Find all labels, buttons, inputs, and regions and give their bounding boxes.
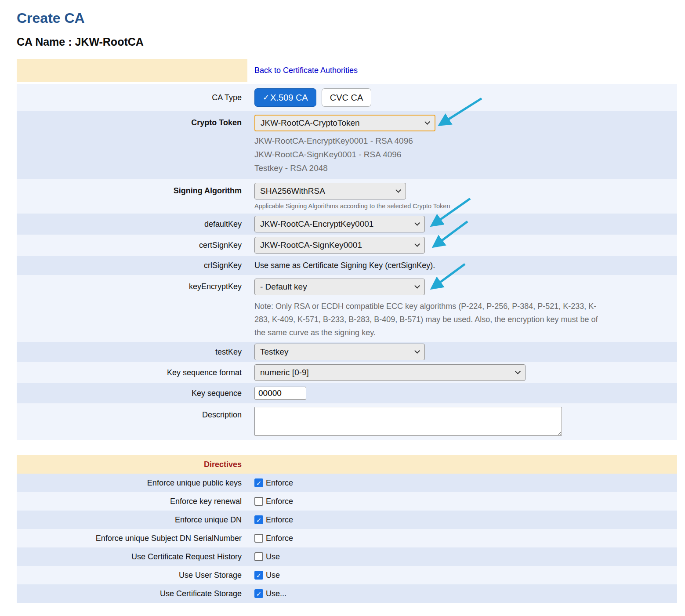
directive-row: Enforce unique public keys Enforce bbox=[17, 474, 677, 492]
crypto-token-select-value: JKW-RootCA-CryptoToken bbox=[261, 118, 360, 128]
checkbox-label: Enforce bbox=[266, 534, 293, 543]
use-certificate-request-history-label: Use Certificate Request History bbox=[131, 552, 242, 562]
crypto-token-label: Crypto Token bbox=[191, 118, 242, 179]
enforce-unique-dn-checkbox[interactable] bbox=[254, 515, 263, 524]
key-sequence-input[interactable] bbox=[254, 387, 306, 400]
check-icon: ✓ bbox=[263, 93, 269, 102]
crypto-token-key-list: JKW-RootCA-EncryptKey0001 - RSA 4096 JKW… bbox=[254, 134, 677, 175]
directive-row: Enforce unique Subject DN SerialNumber E… bbox=[17, 529, 677, 547]
checkbox-label: Enforce bbox=[266, 478, 293, 488]
crl-sign-key-text: Use same as Certificate Signing Key (cer… bbox=[254, 261, 435, 270]
crypto-token-key: Testkey - RSA 2048 bbox=[254, 161, 677, 175]
description-label: Description bbox=[202, 410, 242, 440]
form-row-default-key: defaultKey JKW-RootCA-EncryptKey0001 bbox=[17, 214, 677, 235]
chevron-down-icon bbox=[414, 348, 420, 354]
enforce-key-renewal-checkbox[interactable] bbox=[254, 497, 263, 506]
enforce-unique-subject-dn-serialnumber-checkbox[interactable] bbox=[254, 534, 263, 543]
directives-header-row: Directives bbox=[17, 455, 677, 474]
enforce-unique-dn-label: Enforce unique DN bbox=[175, 515, 242, 525]
signing-algorithm-select-value: SHA256WithRSA bbox=[260, 186, 325, 196]
test-key-label: testKey bbox=[215, 348, 242, 357]
form-row-test-key: testKey Testkey bbox=[17, 342, 677, 362]
checkbox-label: Use bbox=[266, 571, 280, 580]
use-user-storage-checkbox[interactable] bbox=[254, 571, 263, 580]
directives-section-title: Directives bbox=[204, 460, 242, 469]
crypto-token-key: JKW-RootCA-SignKey0001 - RSA 4096 bbox=[254, 148, 677, 161]
description-textarea[interactable] bbox=[254, 407, 562, 436]
test-key-select[interactable]: Testkey bbox=[254, 344, 425, 360]
key-encrypt-key-select-value: - Default key bbox=[260, 282, 307, 292]
crypto-token-key: JKW-RootCA-EncryptKey0001 - RSA 4096 bbox=[254, 134, 677, 148]
ca-type-label: CA Type bbox=[212, 93, 242, 102]
enforce-unique-public-keys-label: Enforce unique public keys bbox=[147, 478, 242, 488]
use-user-storage-label: Use User Storage bbox=[179, 571, 242, 580]
key-encrypt-key-select[interactable]: - Default key bbox=[254, 279, 425, 295]
use-certificate-request-history-checkbox[interactable] bbox=[254, 552, 263, 561]
header-right-cell: Back to Certificate Authorities bbox=[247, 59, 677, 82]
directive-row: Enforce key renewal Enforce bbox=[17, 492, 677, 511]
directive-row: Enforce unique DN Enforce bbox=[17, 511, 677, 529]
key-sequence-format-label: Key sequence format bbox=[167, 368, 242, 377]
crl-sign-key-label: crlSignKey bbox=[204, 261, 242, 270]
back-to-certificate-authorities-link[interactable]: Back to Certificate Authorities bbox=[254, 66, 358, 75]
cert-sign-key-label: certSignKey bbox=[199, 241, 242, 250]
table-header-row: Back to Certificate Authorities bbox=[17, 59, 677, 82]
x509-ca-button[interactable]: ✓X.509 CA bbox=[254, 88, 316, 107]
enforce-unique-public-keys-checkbox[interactable] bbox=[254, 478, 263, 487]
header-left-cell bbox=[17, 59, 247, 82]
form-row-signing-algorithm: Signing Algorithm SHA256WithRSA Applicab… bbox=[17, 179, 677, 214]
use-certificate-storage-label: Use Certificate Storage bbox=[160, 589, 242, 598]
x509-ca-button-label: X.509 CA bbox=[270, 93, 308, 103]
key-encrypt-key-note: Note: Only RSA or ECDH compatible ECC ke… bbox=[254, 300, 604, 339]
checkbox-label: Use bbox=[266, 552, 280, 562]
form-row-crypto-token: Crypto Token JKW-RootCA-CryptoToken JKW-… bbox=[17, 111, 677, 179]
ca-form-table: Back to Certificate Authorities CA Type … bbox=[17, 59, 677, 603]
cvc-ca-button[interactable]: CVC CA bbox=[322, 88, 372, 107]
form-row-description: Description bbox=[17, 403, 677, 440]
create-ca-page: Create CA CA Name : JKW-RootCA Back to C… bbox=[0, 0, 685, 616]
section-gap bbox=[17, 440, 677, 455]
form-row-cert-sign-key: certSignKey JKW-RootCA-SignKey0001 bbox=[17, 235, 677, 256]
test-key-select-value: Testkey bbox=[260, 347, 288, 357]
key-encrypt-key-label: keyEncryptKey bbox=[189, 282, 242, 342]
chevron-down-icon bbox=[414, 220, 420, 226]
form-row-key-encrypt-key: keyEncryptKey - Default key Note: Only R… bbox=[17, 275, 677, 342]
chevron-down-icon bbox=[424, 119, 430, 125]
directive-row: Use Certificate Request History Use bbox=[17, 547, 677, 566]
default-key-label: defaultKey bbox=[204, 220, 242, 229]
chevron-down-icon bbox=[414, 283, 420, 289]
checkbox-label: Enforce bbox=[266, 497, 293, 506]
chevron-down-icon bbox=[395, 187, 401, 193]
default-key-select[interactable]: JKW-RootCA-EncryptKey0001 bbox=[254, 216, 425, 232]
form-row-key-sequence-format: Key sequence format numeric [0-9] bbox=[17, 362, 677, 383]
key-sequence-format-select[interactable]: numeric [0-9] bbox=[254, 364, 526, 381]
use-certificate-storage-checkbox[interactable] bbox=[254, 589, 263, 598]
checkbox-label: Enforce bbox=[266, 515, 293, 525]
crypto-token-select[interactable]: JKW-RootCA-CryptoToken bbox=[254, 115, 435, 131]
directive-row: Use User Storage Use bbox=[17, 566, 677, 584]
signing-algorithm-label: Signing Algorithm bbox=[174, 186, 242, 214]
signing-algorithm-select[interactable]: SHA256WithRSA bbox=[254, 183, 406, 199]
enforce-unique-subject-dn-serialnumber-label: Enforce unique Subject DN SerialNumber bbox=[96, 534, 242, 543]
chevron-down-icon bbox=[414, 241, 420, 247]
cert-sign-key-select-value: JKW-RootCA-SignKey0001 bbox=[260, 240, 362, 250]
key-sequence-label: Key sequence bbox=[192, 389, 242, 398]
form-row-crl-sign-key: crlSignKey Use same as Certificate Signi… bbox=[17, 256, 677, 275]
default-key-select-value: JKW-RootCA-EncryptKey0001 bbox=[260, 219, 373, 229]
form-row-key-sequence: Key sequence bbox=[17, 383, 677, 403]
checkbox-label: Use... bbox=[266, 589, 286, 598]
chevron-down-icon bbox=[515, 369, 521, 374]
form-row-ca-type: CA Type ✓X.509 CA CVC CA bbox=[17, 84, 677, 111]
directive-row: Use Certificate Storage Use... bbox=[17, 584, 677, 603]
ca-name-heading: CA Name : JKW-RootCA bbox=[17, 35, 677, 48]
page-title: Create CA bbox=[17, 10, 677, 26]
signing-algorithm-help-text: Applicable Signing Algorithms according … bbox=[254, 203, 677, 210]
key-sequence-format-select-value: numeric [0-9] bbox=[260, 368, 309, 377]
cert-sign-key-select[interactable]: JKW-RootCA-SignKey0001 bbox=[254, 237, 425, 254]
enforce-key-renewal-label: Enforce key renewal bbox=[170, 497, 242, 506]
